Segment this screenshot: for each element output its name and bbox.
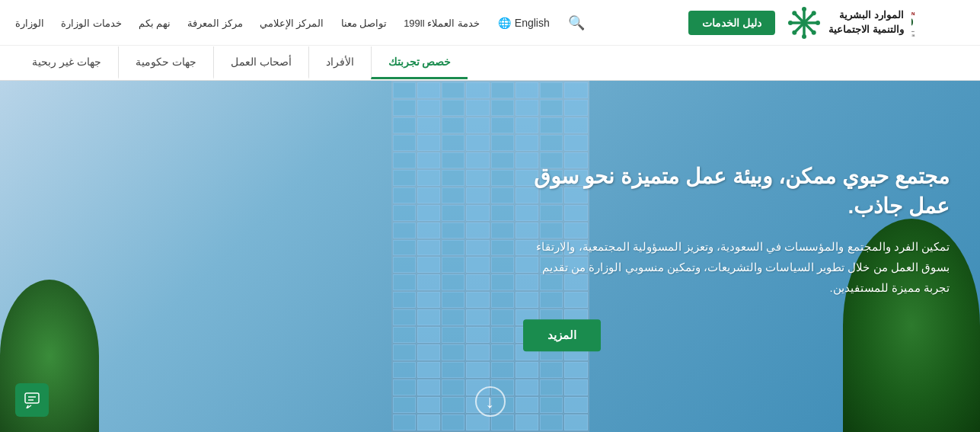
hero-more-button[interactable]: المزيد [523, 319, 601, 351]
nav-customer-service[interactable]: خدمة العملاء 199ll [404, 18, 480, 29]
logo-area: VISION 2030 مملكة العربية السعودية KINGD… [787, 6, 965, 40]
lang-label: English [515, 17, 550, 29]
ministry-logo-icon [787, 6, 821, 40]
hero-section: مجتمع حيوي ممكن، وبيئة عمل متميزة نحو سو… [0, 81, 980, 432]
nav-contact[interactable]: تواصل معنا [341, 18, 388, 29]
svg-point-10 [802, 34, 806, 39]
svg-rect-0 [911, 7, 965, 39]
header-left: 🔍 English 🌐 خدمة العملاء 199ll تواصل معن… [15, 14, 585, 31]
nav-ministry-services[interactable]: خدمات الوزارة [61, 18, 122, 29]
tab-employers[interactable]: أصحاب العمل [213, 46, 308, 79]
svg-rect-17 [25, 393, 39, 403]
tab-nonprofit[interactable]: جهات غير ربحية [15, 46, 118, 79]
building-cell [564, 82, 587, 98]
svg-text:2030: 2030 [911, 15, 914, 27]
hero-title: مجتمع حيوي ممكن، وبيئة عمل متميزة نحو سو… [523, 162, 950, 221]
hero-content: مجتمع حيوي ممكن، وبيئة عمل متميزة نحو سو… [523, 162, 950, 351]
scroll-indicator[interactable]: ↓ [475, 386, 506, 417]
svg-point-9 [802, 7, 806, 11]
tab-government[interactable]: جهات حكومية [118, 46, 213, 79]
services-guide-button[interactable]: دليل الخدمات [688, 11, 775, 35]
svg-point-11 [788, 21, 793, 25]
search-icon: 🔍 [568, 15, 585, 30]
vision2030-logo: VISION 2030 مملكة العربية السعودية KINGD… [911, 6, 965, 40]
chat-button[interactable] [15, 383, 49, 417]
nav-knowledge[interactable]: مركز المعرفة [187, 18, 243, 29]
tab-individuals[interactable]: الأفراد [308, 46, 371, 79]
nav-care[interactable]: نهم بكم [139, 18, 171, 29]
search-button[interactable]: 🔍 [568, 14, 585, 31]
main-nav: خدمة العملاء 199ll تواصل معنا المركز الإ… [15, 16, 480, 30]
svg-point-14 [812, 30, 816, 34]
hero-description: تمكين الفرد والمجتمع والمؤسسات في السعود… [523, 236, 950, 298]
tab-customize[interactable]: خصص تجربتك [371, 46, 468, 79]
svg-text:مملكة العربية السعودية: مملكة العربية السعودية [911, 29, 915, 33]
ministry-name: الموارد البشرية والتنمية الاجتماعية [828, 8, 904, 36]
svg-point-13 [793, 11, 797, 15]
svg-text:VISION: VISION [911, 10, 915, 15]
svg-text:KINGDOM OF SAUDI ARABIA: KINGDOM OF SAUDI ARABIA [911, 33, 915, 37]
svg-point-16 [793, 30, 797, 34]
header-right: VISION 2030 مملكة العربية السعودية KINGD… [688, 6, 965, 40]
nav-media[interactable]: المركز الإعلامي [260, 18, 324, 29]
chat-icon [24, 392, 40, 408]
scroll-down-icon: ↓ [486, 391, 495, 412]
svg-point-15 [812, 11, 816, 15]
site-header: VISION 2030 مملكة العربية السعودية KINGD… [0, 0, 980, 46]
nav-ministry[interactable]: الوزارة [15, 18, 44, 29]
tabs-nav: خصص تجربتك الأفراد أصحاب العمل جهات حكوم… [0, 46, 980, 81]
svg-point-12 [816, 21, 820, 25]
globe-icon: 🌐 [498, 17, 511, 29]
language-toggle[interactable]: English 🌐 [498, 17, 550, 29]
